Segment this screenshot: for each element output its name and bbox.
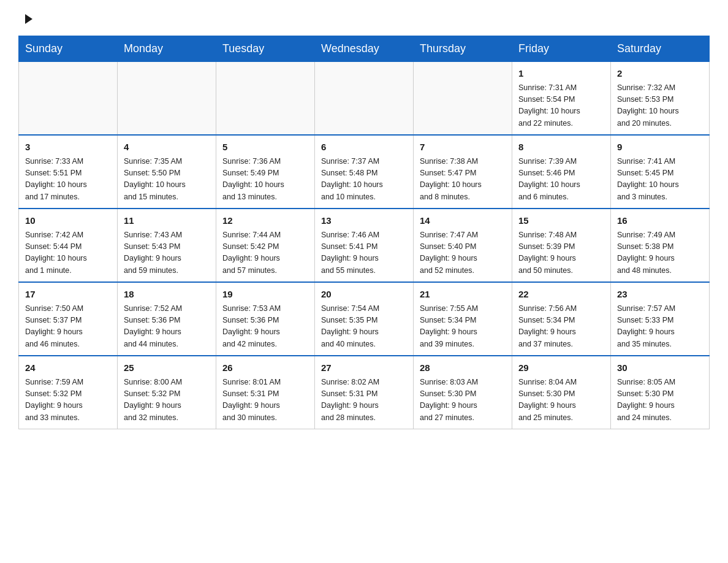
day-number: 26 [222,361,308,375]
day-number: 3 [25,140,111,155]
day-info: Sunrise: 7:35 AM Sunset: 5:50 PM Dayligh… [124,156,210,204]
day-info: Sunrise: 8:02 AM Sunset: 5:31 PM Dayligh… [321,377,407,424]
day-number: 21 [420,288,506,302]
calendar-cell: 2Sunrise: 7:32 AM Sunset: 5:53 PM Daylig… [611,62,710,136]
day-number: 18 [124,288,210,302]
day-number: 16 [617,214,703,228]
calendar-cell [19,62,118,136]
day-info: Sunrise: 7:54 AM Sunset: 5:35 PM Dayligh… [321,303,407,351]
calendar-cell: 14Sunrise: 7:47 AM Sunset: 5:40 PM Dayli… [414,209,512,282]
calendar-cell: 20Sunrise: 7:54 AM Sunset: 5:35 PM Dayli… [315,282,414,356]
calendar-header-tuesday: Tuesday [216,36,315,62]
calendar-header-sunday: Sunday [19,36,118,62]
calendar-cell: 30Sunrise: 8:05 AM Sunset: 5:30 PM Dayli… [611,356,710,429]
calendar-cell [118,62,216,136]
calendar-week-row: 24Sunrise: 7:59 AM Sunset: 5:32 PM Dayli… [19,356,710,429]
calendar-cell: 18Sunrise: 7:52 AM Sunset: 5:36 PM Dayli… [118,282,216,356]
day-number: 13 [321,214,407,228]
calendar-cell: 3Sunrise: 7:33 AM Sunset: 5:51 PM Daylig… [19,135,118,209]
day-info: Sunrise: 8:00 AM Sunset: 5:32 PM Dayligh… [124,377,210,424]
day-number: 23 [617,288,703,302]
calendar-cell: 8Sunrise: 7:39 AM Sunset: 5:46 PM Daylig… [512,135,611,209]
day-info: Sunrise: 7:31 AM Sunset: 5:54 PM Dayligh… [518,82,604,130]
day-info: Sunrise: 7:33 AM Sunset: 5:51 PM Dayligh… [25,156,111,204]
day-number: 12 [222,214,308,228]
calendar-cell: 19Sunrise: 7:53 AM Sunset: 5:36 PM Dayli… [216,282,315,356]
calendar-cell: 25Sunrise: 8:00 AM Sunset: 5:32 PM Dayli… [118,356,216,429]
calendar-cell: 6Sunrise: 7:37 AM Sunset: 5:48 PM Daylig… [315,135,414,209]
day-number: 30 [617,361,703,375]
day-info: Sunrise: 7:55 AM Sunset: 5:34 PM Dayligh… [420,303,506,351]
day-number: 24 [25,361,111,375]
calendar-cell: 4Sunrise: 7:35 AM Sunset: 5:50 PM Daylig… [118,135,216,209]
calendar-cell: 23Sunrise: 7:57 AM Sunset: 5:33 PM Dayli… [611,282,710,356]
calendar-cell: 22Sunrise: 7:56 AM Sunset: 5:34 PM Dayli… [512,282,611,356]
day-number: 15 [518,214,604,228]
day-info: Sunrise: 7:59 AM Sunset: 5:32 PM Dayligh… [25,377,111,424]
calendar-cell [414,62,512,136]
calendar-table: SundayMondayTuesdayWednesdayThursdayFrid… [18,36,710,429]
day-number: 7 [420,140,506,155]
calendar-cell: 5Sunrise: 7:36 AM Sunset: 5:49 PM Daylig… [216,135,315,209]
day-number: 5 [222,140,308,155]
calendar-cell: 16Sunrise: 7:49 AM Sunset: 5:38 PM Dayli… [611,209,710,282]
day-info: Sunrise: 7:42 AM Sunset: 5:44 PM Dayligh… [25,229,111,277]
day-number: 1 [518,67,604,81]
calendar-header-row: SundayMondayTuesdayWednesdayThursdayFrid… [19,36,710,62]
day-info: Sunrise: 8:03 AM Sunset: 5:30 PM Dayligh… [420,377,506,424]
svg-marker-0 [25,14,32,24]
calendar-cell: 13Sunrise: 7:46 AM Sunset: 5:41 PM Dayli… [315,209,414,282]
day-info: Sunrise: 7:37 AM Sunset: 5:48 PM Dayligh… [321,156,407,204]
day-number: 20 [321,288,407,302]
day-number: 9 [617,140,703,155]
day-info: Sunrise: 8:05 AM Sunset: 5:30 PM Dayligh… [617,377,703,424]
calendar-cell: 21Sunrise: 7:55 AM Sunset: 5:34 PM Dayli… [414,282,512,356]
calendar-cell: 26Sunrise: 8:01 AM Sunset: 5:31 PM Dayli… [216,356,315,429]
day-number: 22 [518,288,604,302]
day-number: 4 [124,140,210,155]
day-info: Sunrise: 8:01 AM Sunset: 5:31 PM Dayligh… [222,377,308,424]
calendar-cell: 24Sunrise: 7:59 AM Sunset: 5:32 PM Dayli… [19,356,118,429]
calendar-cell: 17Sunrise: 7:50 AM Sunset: 5:37 PM Dayli… [19,282,118,356]
calendar-header-monday: Monday [118,36,216,62]
calendar-cell [315,62,414,136]
day-info: Sunrise: 7:32 AM Sunset: 5:53 PM Dayligh… [617,82,703,130]
day-info: Sunrise: 8:04 AM Sunset: 5:30 PM Dayligh… [518,377,604,424]
day-number: 19 [222,288,308,302]
day-number: 27 [321,361,407,375]
calendar-cell: 28Sunrise: 8:03 AM Sunset: 5:30 PM Dayli… [414,356,512,429]
calendar-cell: 15Sunrise: 7:48 AM Sunset: 5:39 PM Dayli… [512,209,611,282]
day-number: 2 [617,67,703,81]
calendar-week-row: 17Sunrise: 7:50 AM Sunset: 5:37 PM Dayli… [19,282,710,356]
calendar-week-row: 3Sunrise: 7:33 AM Sunset: 5:51 PM Daylig… [19,135,710,209]
day-info: Sunrise: 7:50 AM Sunset: 5:37 PM Dayligh… [25,303,111,351]
day-info: Sunrise: 7:52 AM Sunset: 5:36 PM Dayligh… [124,303,210,351]
logo-chevron-icon [20,12,34,28]
day-info: Sunrise: 7:48 AM Sunset: 5:39 PM Dayligh… [518,229,604,277]
calendar-week-row: 10Sunrise: 7:42 AM Sunset: 5:44 PM Dayli… [19,209,710,282]
calendar-header-friday: Friday [512,36,611,62]
day-info: Sunrise: 7:47 AM Sunset: 5:40 PM Dayligh… [420,229,506,277]
calendar-cell [216,62,315,136]
day-number: 25 [124,361,210,375]
day-info: Sunrise: 7:49 AM Sunset: 5:38 PM Dayligh… [617,229,703,277]
logo [18,12,38,25]
day-info: Sunrise: 7:38 AM Sunset: 5:47 PM Dayligh… [420,156,506,204]
day-info: Sunrise: 7:41 AM Sunset: 5:45 PM Dayligh… [617,156,703,204]
calendar-cell: 7Sunrise: 7:38 AM Sunset: 5:47 PM Daylig… [414,135,512,209]
day-info: Sunrise: 7:56 AM Sunset: 5:34 PM Dayligh… [518,303,604,351]
calendar-week-row: 1Sunrise: 7:31 AM Sunset: 5:54 PM Daylig… [19,62,710,136]
day-number: 10 [25,214,111,228]
calendar-header-saturday: Saturday [611,36,710,62]
day-info: Sunrise: 7:39 AM Sunset: 5:46 PM Dayligh… [518,156,604,204]
calendar-cell: 27Sunrise: 8:02 AM Sunset: 5:31 PM Dayli… [315,356,414,429]
calendar-cell: 12Sunrise: 7:44 AM Sunset: 5:42 PM Dayli… [216,209,315,282]
day-number: 29 [518,361,604,375]
day-info: Sunrise: 7:57 AM Sunset: 5:33 PM Dayligh… [617,303,703,351]
calendar-cell: 9Sunrise: 7:41 AM Sunset: 5:45 PM Daylig… [611,135,710,209]
day-number: 28 [420,361,506,375]
calendar-cell: 1Sunrise: 7:31 AM Sunset: 5:54 PM Daylig… [512,62,611,136]
day-number: 6 [321,140,407,155]
calendar-cell: 29Sunrise: 8:04 AM Sunset: 5:30 PM Dayli… [512,356,611,429]
day-number: 11 [124,214,210,228]
